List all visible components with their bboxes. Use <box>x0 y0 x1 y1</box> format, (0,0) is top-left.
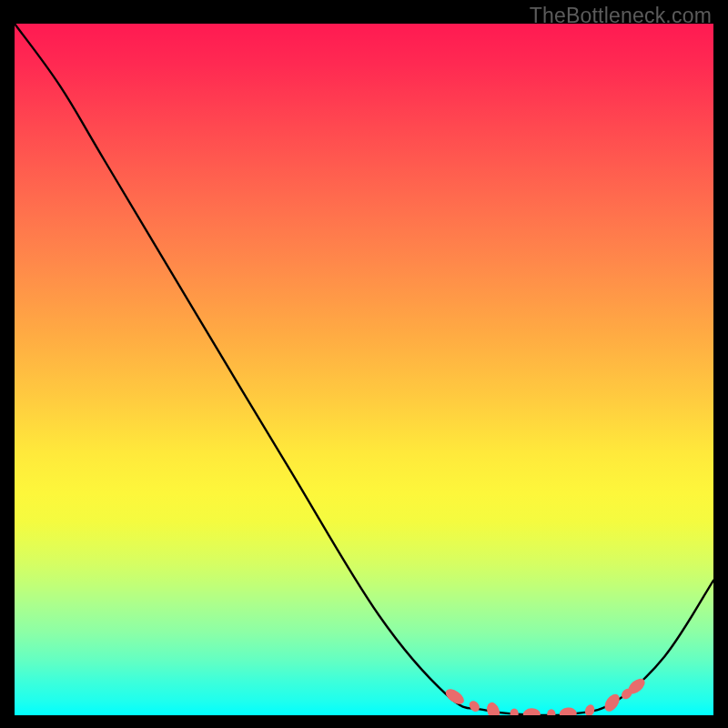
marker-dot <box>602 692 622 714</box>
chart-svg <box>15 24 713 715</box>
marker-dot <box>511 708 519 715</box>
marker-dot <box>443 686 467 707</box>
marker-dot <box>485 701 502 715</box>
marker-dot <box>583 703 596 715</box>
marker-dot <box>467 699 481 713</box>
plot-area <box>15 24 713 715</box>
data-curve <box>15 24 713 715</box>
marker-dot <box>523 708 541 715</box>
data-markers <box>443 676 648 715</box>
marker-dot <box>547 709 555 715</box>
chart-container: TheBottleneck.com <box>0 0 728 728</box>
marker-dot <box>559 707 577 715</box>
